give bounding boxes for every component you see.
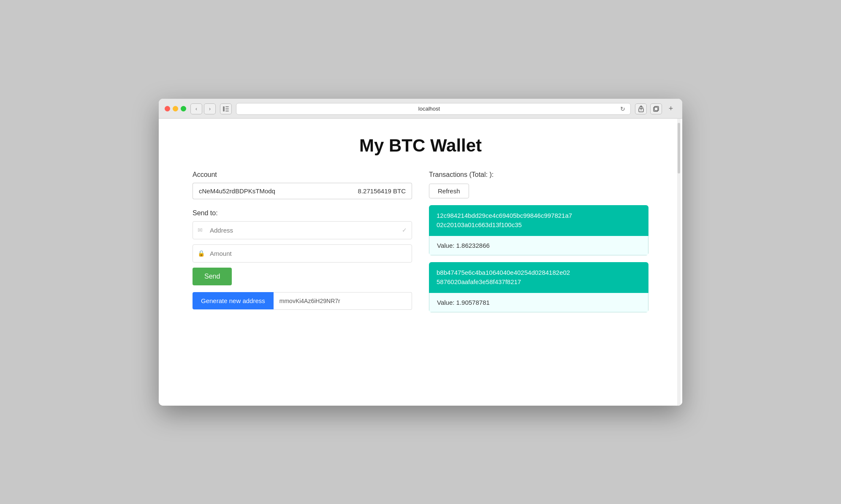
transaction-card-0: 12c984214bdd29ce4c69405bc99846c997821a70… <box>429 205 648 255</box>
address-input[interactable] <box>193 221 412 239</box>
scrollbar[interactable] <box>677 119 681 406</box>
account-row: 8.27156419 BTC <box>193 183 412 199</box>
address-input-wrapper: ✉ ✓ <box>193 221 412 239</box>
page-title: My BTC Wallet <box>193 135 648 156</box>
nav-buttons: ‹ › <box>190 103 216 114</box>
browser-content: My BTC Wallet Account 8.27156419 BTC Sen… <box>159 119 682 406</box>
account-address-input[interactable] <box>193 183 352 199</box>
account-label: Account <box>193 171 412 179</box>
refresh-button[interactable]: Refresh <box>429 184 469 198</box>
check-icon: ✓ <box>402 227 407 233</box>
tx-hash-0: 12c984214bdd29ce4c69405bc99846c997821a70… <box>429 205 648 236</box>
generated-address-display: mmovKi4Az6iH29NR7r <box>274 292 412 310</box>
traffic-light-yellow[interactable] <box>173 106 178 111</box>
traffic-light-red[interactable] <box>165 106 170 111</box>
send-to-label: Send to: <box>193 209 412 217</box>
svg-rect-1 <box>225 106 229 107</box>
scrollbar-thumb <box>678 123 680 173</box>
reload-button[interactable]: ↻ <box>619 106 627 112</box>
transaction-card-1: b8b47475e6c4ba1064040e40254d0284182e0258… <box>429 262 648 312</box>
amount-input[interactable] <box>193 244 412 263</box>
browser-window: ‹ › localhost ↻ <box>159 99 682 406</box>
new-tab-button[interactable]: + <box>665 103 676 114</box>
address-bar[interactable]: localhost ↻ <box>236 103 631 115</box>
traffic-light-green[interactable] <box>181 106 186 111</box>
svg-rect-3 <box>225 111 229 111</box>
svg-rect-0 <box>223 106 225 111</box>
account-balance: 8.27156419 BTC <box>352 183 412 199</box>
lock-icon: 🔒 <box>198 250 205 257</box>
send-button[interactable]: Send <box>193 268 232 285</box>
back-button[interactable]: ‹ <box>190 103 202 114</box>
envelope-icon: ✉ <box>198 227 203 233</box>
forward-button[interactable]: › <box>204 103 216 114</box>
sidebar-button[interactable] <box>220 103 232 114</box>
generate-row: Generate new address mmovKi4Az6iH29NR7r <box>193 292 412 310</box>
right-panel: Transactions (Total: ): Refresh 12c98421… <box>429 171 648 319</box>
tx-value-0: Value: 1.86232866 <box>429 236 648 255</box>
tx-value-1: Value: 1.90578781 <box>429 293 648 312</box>
traffic-lights <box>165 106 186 111</box>
amount-input-wrapper: 🔒 <box>193 244 412 263</box>
share-button[interactable] <box>635 103 647 114</box>
url-display: localhost <box>240 106 619 112</box>
tabs-button[interactable] <box>650 103 662 114</box>
svg-rect-2 <box>225 108 229 109</box>
tx-hash-1: b8b47475e6c4ba1064040e40254d0284182e0258… <box>429 262 648 293</box>
left-panel: Account 8.27156419 BTC Send to: ✉ ✓ 🔒 Se… <box>193 171 412 319</box>
browser-chrome: ‹ › localhost ↻ <box>159 99 682 119</box>
transactions-label: Transactions (Total: ): <box>429 171 648 179</box>
main-layout: Account 8.27156419 BTC Send to: ✉ ✓ 🔒 Se… <box>193 171 648 319</box>
generate-address-button[interactable]: Generate new address <box>193 292 274 309</box>
browser-actions: + <box>635 103 676 114</box>
